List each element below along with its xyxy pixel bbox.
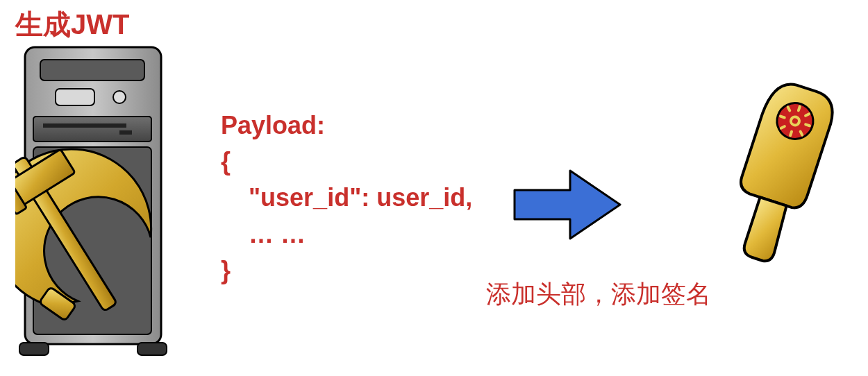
- svg-rect-1: [40, 60, 144, 80]
- svg-rect-4: [33, 117, 151, 142]
- payload-open-brace: {: [221, 144, 472, 180]
- svg-rect-2: [56, 89, 94, 105]
- svg-rect-8: [19, 343, 49, 355]
- arrow-right-icon: [512, 166, 623, 243]
- svg-point-3: [113, 91, 126, 103]
- payload-value: user_id,: [376, 183, 472, 212]
- svg-line-18: [790, 132, 792, 136]
- server-icon: [15, 43, 171, 362]
- payload-label: Payload:: [221, 108, 472, 144]
- svg-rect-5: [43, 123, 126, 128]
- svg-line-20: [806, 124, 810, 126]
- diagram-title: 生成JWT: [15, 6, 129, 44]
- payload-block: Payload: { "user_id": user_id, … … }: [221, 108, 472, 289]
- arrow-caption: 添加头部，添加签名: [486, 277, 711, 311]
- svg-line-17: [799, 107, 800, 111]
- svg-rect-9: [137, 343, 167, 355]
- svg-marker-14: [515, 171, 620, 239]
- payload-key: "user_id":: [249, 183, 369, 212]
- svg-line-19: [781, 117, 785, 118]
- svg-rect-6: [119, 130, 132, 135]
- paddle-icon: [726, 82, 844, 269]
- payload-ellipsis: … …: [221, 216, 472, 253]
- payload-close-brace: }: [221, 253, 472, 289]
